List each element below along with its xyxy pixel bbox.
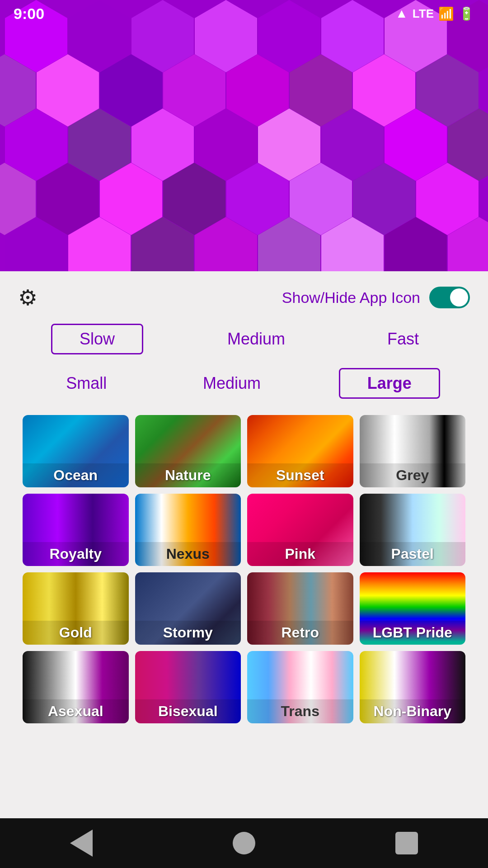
speed-fast-button[interactable]: Fast	[369, 325, 437, 353]
color-tile-grey[interactable]: Grey	[360, 415, 466, 487]
toggle-knob	[450, 288, 468, 307]
color-tile-bisexual[interactable]: Bisexual	[135, 651, 241, 723]
home-button[interactable]	[226, 825, 262, 861]
color-tile-nexus-label: Nexus	[135, 542, 241, 566]
color-tile-pink-label: Pink	[247, 542, 353, 566]
controls-panel: ⚙ Show/Hide App Icon Slow Medium Fast Sm…	[0, 271, 488, 737]
status-time: 9:00	[14, 5, 44, 23]
color-tile-grey-label: Grey	[360, 463, 466, 487]
size-row: Small Medium Large	[18, 368, 470, 399]
color-tile-pastel-label: Pastel	[360, 542, 466, 566]
recents-icon	[395, 832, 418, 854]
home-icon	[233, 832, 255, 854]
bottom-nav	[0, 818, 488, 868]
color-tile-trans-label: Trans	[247, 699, 353, 723]
color-tile-asexual-label: Asexual	[23, 699, 129, 723]
color-tile-retro[interactable]: Retro	[247, 572, 353, 645]
color-tile-bisexual-label: Bisexual	[135, 699, 241, 723]
size-small-button[interactable]: Small	[48, 369, 125, 397]
recents-button[interactable]	[389, 825, 425, 861]
speed-slow-button[interactable]: Slow	[51, 324, 143, 354]
color-tile-nature-label: Nature	[135, 463, 241, 487]
color-tile-sunset[interactable]: Sunset	[247, 415, 353, 487]
status-bar: 9:00 ▲ LTE 📶 🔋	[0, 0, 488, 27]
wifi-icon: ▲	[395, 6, 408, 21]
show-hide-label: Show/Hide App Icon	[282, 289, 420, 307]
hex-svg	[0, 0, 488, 271]
top-control-row: ⚙ Show/Hide App Icon	[18, 285, 470, 310]
settings-icon[interactable]: ⚙	[18, 285, 38, 310]
signal-icon: 📶	[438, 6, 454, 21]
speed-row: Slow Medium Fast	[18, 324, 470, 354]
color-tile-stormy-label: Stormy	[135, 621, 241, 645]
color-tile-lgbt[interactable]: LGBT Pride	[360, 572, 466, 645]
color-tile-royalty[interactable]: Royalty	[23, 494, 129, 566]
color-tile-gold-label: Gold	[23, 621, 129, 645]
speed-medium-button[interactable]: Medium	[209, 325, 303, 353]
color-tile-pastel[interactable]: Pastel	[360, 494, 466, 566]
color-grid: Ocean Nature Sunset Grey Royalty Nexus P…	[18, 415, 470, 723]
size-large-button[interactable]: Large	[339, 368, 440, 399]
color-tile-royalty-label: Royalty	[23, 542, 129, 566]
color-tile-nonbinary[interactable]: Non-Binary	[360, 651, 466, 723]
lte-label: LTE	[413, 7, 434, 21]
color-tile-nature[interactable]: Nature	[135, 415, 241, 487]
color-tile-ocean[interactable]: Ocean	[23, 415, 129, 487]
color-tile-stormy[interactable]: Stormy	[135, 572, 241, 645]
color-tile-trans[interactable]: Trans	[247, 651, 353, 723]
back-icon	[70, 830, 93, 857]
size-medium-button[interactable]: Medium	[185, 369, 279, 397]
battery-icon: 🔋	[459, 6, 474, 21]
color-tile-asexual[interactable]: Asexual	[23, 651, 129, 723]
show-hide-row: Show/Hide App Icon	[282, 287, 470, 308]
show-hide-toggle[interactable]	[429, 287, 470, 308]
back-button[interactable]	[63, 825, 99, 861]
status-icons: ▲ LTE 📶 🔋	[395, 6, 474, 21]
color-tile-sunset-label: Sunset	[247, 463, 353, 487]
color-tile-pink[interactable]: Pink	[247, 494, 353, 566]
hex-preview	[0, 0, 488, 271]
color-tile-nonbinary-label: Non-Binary	[360, 699, 466, 723]
color-tile-lgbt-label: LGBT Pride	[360, 621, 466, 645]
color-tile-gold[interactable]: Gold	[23, 572, 129, 645]
color-tile-nexus[interactable]: Nexus	[135, 494, 241, 566]
color-tile-ocean-label: Ocean	[23, 463, 129, 487]
color-tile-retro-label: Retro	[247, 621, 353, 645]
